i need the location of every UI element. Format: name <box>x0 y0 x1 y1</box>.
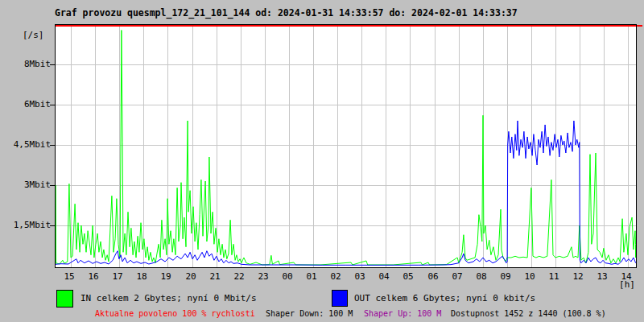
x-tick-label: 04 <box>374 271 394 282</box>
x-tick-label: 23 <box>254 271 273 282</box>
x-tick-label: 19 <box>156 271 175 282</box>
shaper-up-text: Shaper Up: 100 M <box>364 309 441 318</box>
allowed-speed-text: Aktualne povoleno 100 % rychlosti <box>95 309 255 318</box>
y-tick-mark <box>50 64 55 65</box>
x-tick-label: 08 <box>472 271 491 282</box>
legend-out-swatch <box>332 290 348 307</box>
y-tick-label: 3Mbit <box>0 180 51 190</box>
y-tick-mark <box>50 105 55 105</box>
x-tick-label: 10 <box>520 271 539 282</box>
x-tick-label: 15 <box>60 271 79 282</box>
x-tick-label: 03 <box>350 271 369 282</box>
x-tick-label: 05 <box>398 271 418 282</box>
x-tick-label: 13 <box>592 271 612 282</box>
y-tick-mark <box>50 145 55 146</box>
x-tick-label: 18 <box>132 271 151 282</box>
x-tick-label: 12 <box>568 271 588 282</box>
x-tick-label: 11 <box>544 271 564 282</box>
y-tick-mark <box>50 185 55 186</box>
availability-text: Dostupnost 1452 z 1440 (100.8 %) <box>451 309 606 318</box>
x-tick-label: 02 <box>326 271 345 282</box>
y-tick-mark <box>50 225 55 226</box>
series-in-line <box>56 31 636 266</box>
x-tick-label: 16 <box>84 271 103 282</box>
y-tick-label: 8Mbit <box>0 59 51 69</box>
shaper-down-text: Shaper Down: 100 M <box>266 309 353 318</box>
x-tick-label: 17 <box>108 271 127 282</box>
y-tick-label: 1,5Mbit <box>0 220 51 230</box>
x-tick-label: 01 <box>302 271 321 282</box>
x-axis-unit-label: [h] <box>615 279 639 290</box>
x-tick-label: 20 <box>181 271 200 282</box>
traffic-graph-page: Graf provozu quesmpl_172_21_101_144 od: … <box>0 0 644 322</box>
y-tick-label: 6Mbit <box>0 99 51 109</box>
x-tick-label: 00 <box>278 271 297 282</box>
legend-out-label: OUT celkem 6 Gbytes; nyní 0 kbit/s <box>354 293 535 303</box>
traffic-plot-area <box>55 24 637 268</box>
x-tick-label: 22 <box>229 271 249 282</box>
page-title: Graf provozu quesmpl_172_21_101_144 od: … <box>55 7 518 19</box>
x-tick-label: 21 <box>205 271 225 282</box>
x-tick-label: 06 <box>423 271 443 282</box>
x-tick-label: 07 <box>448 271 467 282</box>
y-axis-unit-label: [/s] <box>23 30 44 40</box>
limit-line-extension <box>637 25 642 27</box>
legend-in-label: IN celkem 2 Gbytes; nyní 0 Mbit/s <box>80 293 257 303</box>
traffic-plot-canvas <box>56 25 636 267</box>
legend-in-swatch <box>56 290 73 308</box>
x-tick-label: 09 <box>496 271 515 282</box>
y-tick-label: 4,5Mbit <box>0 139 51 150</box>
limit-line <box>56 25 636 27</box>
